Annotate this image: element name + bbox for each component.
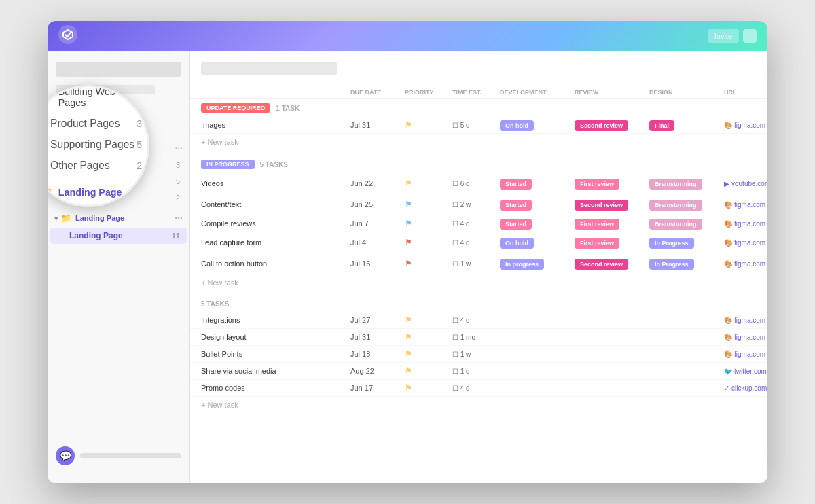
product-pages-label: Product Pages (50, 118, 120, 130)
task-name: Content/text (201, 200, 350, 209)
table-row[interactable]: Lead capture form Jul 4 ⚑ ☐ 4 d On hold … (190, 232, 767, 253)
new-task-button[interactable]: + New task (190, 134, 767, 150)
building-more-icon[interactable]: ··· (175, 142, 183, 153)
review-status: First review (575, 219, 619, 230)
time-est: ☐ 4 d (452, 220, 500, 228)
time-est: ☐ 5 d (452, 122, 500, 129)
design-status: Brainstorming (649, 179, 702, 190)
dev-status: - (500, 367, 575, 375)
review-status: Second review (575, 259, 628, 270)
dev-status: - (500, 384, 575, 392)
table-row[interactable]: Bullet Points Jul 18 ⚑ ☐ 1 w - - - 🎨 fig… (190, 346, 767, 363)
section-todo-header: 5 TASKS (190, 296, 767, 312)
task-name: Promo codes (201, 384, 350, 392)
table-row[interactable]: Call to action button Jul 16 ⚑ ☐ 1 w In … (190, 253, 767, 274)
review-status: - (575, 384, 649, 392)
col-review: REVIEW (575, 89, 649, 96)
task-due-date: Jul 31 (350, 121, 405, 129)
priority-flag: ⚑ (405, 349, 452, 359)
url-cell: 🎨 figma.com (724, 220, 767, 228)
magnifier-landing-group[interactable]: ▾ 📁 Landing Page ··· (48, 180, 149, 204)
task-due-date: Aug 22 (350, 367, 405, 375)
task-name: Integrations (201, 316, 350, 324)
sidebar-landing-header[interactable]: ▾ 📁 Landing Page ··· (48, 209, 189, 228)
col-development: DEVELOPMENT (500, 89, 575, 96)
dev-status: Started (500, 179, 532, 190)
dev-status: In progress (500, 259, 544, 270)
review-status: - (575, 350, 649, 358)
sidebar-item-landing-page[interactable]: Landing Page 11 (50, 228, 187, 244)
content-area: DUE DATE PRIORITY TIME EST. DEVELOPMENT … (190, 51, 767, 483)
time-est: ☐ 2 w (452, 201, 500, 209)
table-row[interactable]: Design layout Jul 31 ⚑ ☐ 1 mo - - - 🎨 fi… (190, 329, 767, 346)
table-row[interactable]: Compile reviews Jun 7 ⚑ ☐ 4 d Started Fi… (190, 215, 767, 232)
dev-status: - (500, 316, 575, 324)
in-progress-count: 5 TASKS (260, 161, 289, 168)
url-cell: 🎨 figma.com (724, 201, 767, 209)
task-name: Compile reviews (201, 219, 350, 228)
dev-status: On hold (500, 120, 534, 131)
url-cell: 🎨 figma.com (724, 260, 767, 268)
svg-point-0 (58, 25, 77, 44)
review-status: - (575, 367, 649, 375)
supporting-pages-label: Supporting Pages (50, 139, 134, 151)
other-pages-count: 2 (176, 194, 180, 202)
magnifier-landing-page[interactable]: Landing Page 11 (48, 204, 149, 207)
review-status: First review (575, 179, 619, 190)
chat-icon[interactable]: 💬 (56, 446, 75, 465)
landing-page-count: 11 (172, 232, 180, 240)
review-status: Second review (575, 200, 628, 211)
magnifier-other-pages[interactable]: Other Pages 2 (48, 156, 149, 177)
invite-button[interactable]: Invite (708, 29, 739, 43)
table-row[interactable]: Videos Jun 22 ⚑ ☐ 6 d Started First revi… (190, 173, 767, 194)
review-status: - (575, 333, 649, 341)
time-est: ☐ 1 w (452, 350, 500, 358)
time-est: ☐ 1 mo (452, 334, 500, 341)
design-status: - (649, 367, 724, 375)
design-status: In Progress (649, 259, 694, 270)
task-due-date: Jun 7 (350, 219, 405, 228)
design-status: Brainstorming (649, 219, 702, 230)
priority-flag: ⚑ (405, 200, 452, 209)
table-row[interactable]: Integrations Jul 27 ⚑ ☐ 4 d - - - 🎨 figm… (190, 312, 767, 329)
magnifier-product-pages[interactable]: Product Pages 3 (48, 113, 149, 134)
priority-flag: ⚑ (405, 238, 452, 247)
upgrade-button[interactable] (743, 29, 757, 43)
url-cell: 🐦 twitter.com (724, 367, 767, 375)
task-name: Call to action button (201, 259, 350, 268)
sidebar: ▾ 📁 Building Web Pages ··· Product Pages… (48, 51, 190, 483)
table-row[interactable]: Images Jul 31 ⚑ ☐ 5 d On hold Second rev… (190, 117, 767, 134)
review-status: - (575, 316, 649, 324)
section-in-progress-header: IN PROGRESS 5 TASKS (190, 156, 767, 173)
table-row[interactable]: Promo codes Jun 17 ⚑ ☐ 4 d - - - ✓ click… (190, 380, 767, 397)
task-due-date: Jul 16 (350, 259, 405, 268)
col-url: URL (724, 89, 767, 96)
task-due-date: Jul 31 (350, 333, 405, 341)
task-name: Videos (201, 179, 350, 187)
app-window: Invite ▾ 📁 Building Web Pages ··· (48, 21, 767, 483)
design-status: - (649, 384, 724, 392)
priority-flag: ⚑ (405, 332, 452, 342)
dev-status: Started (500, 200, 532, 211)
logo (58, 25, 77, 47)
new-task-button[interactable]: + New task (190, 397, 767, 413)
magnifier-supporting-pages[interactable]: Supporting Pages 5 (48, 134, 149, 155)
task-name: Share via social media (201, 367, 350, 375)
task-name: Bullet Points (201, 350, 350, 358)
landing-more-icon[interactable]: ··· (175, 213, 183, 223)
url-cell: 🎨 figma.com (724, 350, 767, 358)
task-due-date: Jul 27 (350, 316, 405, 324)
update-required-count: 1 TASK (276, 105, 300, 112)
sidebar-landing-group: ▾ 📁 Landing Page ··· Landing Page 11 (48, 209, 189, 244)
priority-flag: ⚑ (405, 179, 452, 188)
magnifier-building-group[interactable]: ▾ 📁 Building Web Pages ··· (48, 85, 149, 113)
time-est: ☐ 4 d (452, 384, 500, 392)
time-est: ☐ 4 d (452, 317, 500, 324)
sidebar-search-bar (56, 62, 181, 77)
table-row[interactable]: Content/text Jun 25 ⚑ ☐ 2 w Started Seco… (190, 194, 767, 215)
design-status: In Progress (649, 238, 694, 249)
table-row[interactable]: Share via social media Aug 22 ⚑ ☐ 1 d - … (190, 363, 767, 380)
task-name: Design layout (201, 333, 350, 341)
new-task-button[interactable]: + New task (190, 274, 767, 291)
design-status: Final (649, 120, 674, 131)
